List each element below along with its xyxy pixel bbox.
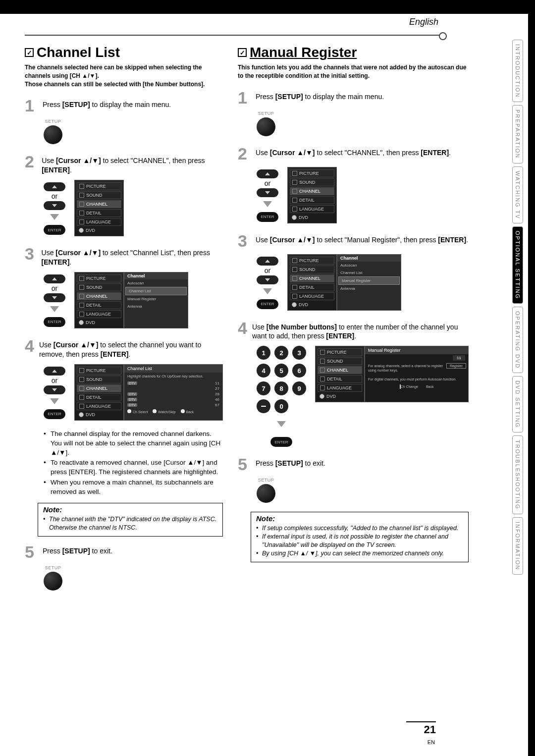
step-text: Press [SETUP] to display the main menu. (43, 97, 171, 109)
cursor-down-icon (44, 385, 65, 394)
header-rule (25, 35, 441, 36)
step-4: 4 Use [the Number buttons] to enter the … (238, 320, 469, 341)
or-label: or (52, 192, 57, 200)
panel-row: DTV28 (124, 391, 222, 397)
setup-label: SETUP (258, 478, 274, 483)
tab-operating-dvd[interactable]: OPERATING DVD (512, 307, 523, 373)
or-label: or (265, 179, 270, 187)
note-item: If setup completes successfully, "Added … (256, 524, 463, 533)
step-text: Press [SETUP] to exit. (256, 456, 325, 468)
enter-button-icon: ENTER (270, 437, 292, 447)
step-number: 5 (238, 456, 251, 473)
cursor-buttons: or ENTER (44, 366, 65, 419)
title-text: Manual Register (250, 45, 357, 60)
step-text: Use [the Number buttons] to enter the nu… (252, 320, 469, 341)
setup-button-icon (44, 572, 62, 591)
step-text: Use [Cursor ▲/▼] to select "CHANNEL", th… (42, 153, 223, 175)
step-text: Use [Cursor ▲/▼] to select "Channel List… (42, 245, 223, 267)
diagram-cursor-2r: or ENTER PICTURE SOUND CHANNEL DETAIL LA… (257, 167, 469, 223)
panel-header: Channel List (124, 365, 222, 373)
or-label: or (52, 284, 57, 292)
step-text: Press [SETUP] to exit. (43, 543, 112, 556)
submenu-item: Autoscan (124, 279, 188, 287)
triangle-down-icon (50, 398, 59, 404)
setup-label: SETUP (45, 565, 61, 570)
diagram-cursor-3r: or ENTER PICTURE SOUND CHANNEL DETAIL LA… (257, 254, 469, 311)
enter-button-icon: ENTER (257, 299, 278, 309)
intro-text: The channels selected here can be skippe… (25, 63, 223, 88)
numkey: 5 (274, 364, 288, 378)
numkey: 2 (274, 346, 288, 360)
intro-line1: The channels selected here can be skippe… (25, 64, 202, 79)
step-number: 3 (25, 245, 37, 262)
bullet-list: The channel display for the removed chan… (44, 430, 223, 497)
step-5: 5 Press [SETUP] to exit. (238, 456, 469, 473)
step-5: 5 Press [SETUP] to exit. (25, 543, 223, 560)
osd-item-channel: CHANNEL (77, 200, 121, 208)
panel-row: DTV11 (124, 380, 222, 386)
triangle-down-icon (50, 214, 59, 220)
osd-submenu-list: Channel Autoscan Channel List Manual Reg… (124, 272, 188, 328)
step-number: 1 (25, 97, 38, 114)
tab-optional-setting[interactable]: OPTIONAL SETTING (512, 226, 523, 304)
diagram-cursor-4: or ENTER PICTURE SOUND CHANNEL DETAIL LA… (44, 364, 223, 421)
diagram-cursor-2: or ENTER PICTURE SOUND CHANNEL DETAIL LA… (44, 180, 223, 236)
cursor-down-icon (44, 201, 65, 210)
cursor-buttons: or ENTER (257, 168, 278, 222)
triangle-down-icon (277, 421, 286, 427)
step-2: 2 Use [Cursor ▲/▼] to select "CHANNEL", … (25, 153, 223, 175)
diagram-numpad: 1 2 3 4 5 6 7 8 9 0 ENTER (257, 346, 469, 447)
diagram-setup-1: SETUP (44, 119, 223, 144)
osd-main-menu: PICTURE SOUND CHANNEL DETAIL LANGUAGE DV… (74, 180, 124, 236)
step-text: Press [SETUP] to display the main menu. (256, 89, 384, 102)
checkbox-icon: ✓ (238, 48, 247, 57)
triangle-down-icon (263, 201, 272, 207)
decoration-top-bar (0, 0, 535, 14)
cursor-buttons: or ENTER (44, 181, 65, 235)
enter-button-icon: ENTER (44, 317, 65, 327)
osd-channel-submenu: PICTURE SOUND CHANNEL DETAIL LANGUAGE DV… (74, 272, 188, 328)
page-lang-code: EN (428, 739, 435, 745)
numkey: 8 (274, 381, 288, 395)
cursor-buttons: or ENTER (44, 273, 65, 327)
step-4: 4 Use [Cursor ▲/▼] to select the channel… (25, 337, 223, 359)
numkey: 9 (292, 381, 306, 395)
step-number: 4 (238, 320, 247, 336)
diagram-setup-5r: SETUP (257, 478, 469, 503)
submenu-item: Antenna (124, 303, 188, 310)
tab-preparation[interactable]: PREPARATION (512, 105, 523, 163)
diagram-cursor-3: or ENTER PICTURE SOUND CHANNEL DETAIL LA… (44, 272, 223, 328)
step-text: Use [Cursor ▲/▼] to select "Manual Regis… (256, 232, 468, 245)
tab-dvd-setting[interactable]: DVD SETTING (512, 376, 523, 432)
manual-register-panel: Manual Register 11 Register For analog c… (365, 346, 469, 402)
checkbox-icon: ✓ (25, 48, 34, 57)
osd-item-detail: DETAIL (77, 209, 121, 217)
osd-channel-list-panel: PICTURE SOUND CHANNEL DETAIL LANGUAGE DV… (74, 364, 223, 421)
panel-row: DTV67 (124, 402, 222, 408)
setup-button-icon (257, 117, 275, 136)
osd-item-picture: PICTURE (77, 182, 121, 190)
diagram-setup-1r: SETUP (257, 111, 469, 136)
note-title: Note: (43, 505, 217, 514)
submenu-item: Manual Register (124, 295, 188, 303)
note-box: Note: If setup completes successfully, "… (251, 512, 469, 562)
setup-label: SETUP (45, 119, 61, 124)
enter-button-icon: ENTER (257, 212, 278, 222)
tab-troubleshooting[interactable]: TROUBLESHOOTING (512, 435, 523, 514)
tab-introduction[interactable]: INTRODUCTION (512, 40, 523, 102)
step-3: 3 Use [Cursor ▲/▼] to select "Channel Li… (25, 245, 223, 267)
tab-information[interactable]: INFORMATION (512, 517, 523, 575)
cursor-buttons: or ENTER (257, 256, 278, 309)
submenu-item: Autoscan (337, 262, 401, 269)
numkey: 3 (292, 346, 306, 360)
panel-text: For digital channels, you must perform A… (365, 375, 468, 383)
bullet-item: The channel display for the removed chan… (44, 430, 223, 458)
setup-label: SETUP (258, 111, 274, 116)
setup-button-icon (257, 484, 275, 503)
numkey: 4 (257, 364, 270, 378)
page: English INTRODUCTION PREPARATION WATCHIN… (0, 0, 535, 756)
submenu-header: Channel (124, 272, 188, 279)
submenu-item: Channel List (337, 269, 401, 276)
tab-watching-tv[interactable]: WATCHING TV (512, 166, 523, 224)
submenu-item-selected: Channel List (125, 287, 187, 295)
